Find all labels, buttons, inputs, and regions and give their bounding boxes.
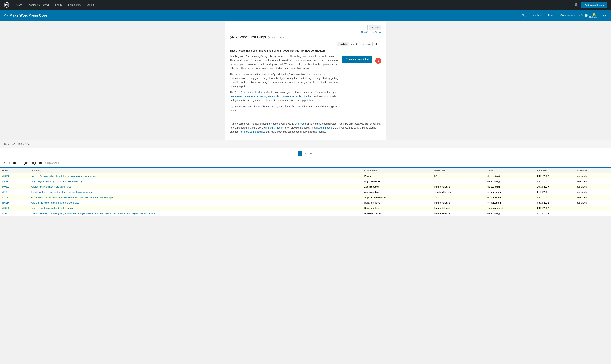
ticket-link[interactable]: #45907: [2, 212, 9, 215]
code-icon: <>: [3, 13, 8, 17]
section-title: Unclaimed — jump right in!: [4, 161, 43, 165]
ticket-link[interactable]: #56659: [2, 207, 9, 209]
new-custom-query-link[interactable]: New Custom Query: [361, 31, 381, 33]
table-body: #56345 Add rel="privacy-policy" to get_t…: [0, 173, 611, 216]
ticket-workflow: has-patch: [575, 179, 611, 184]
summary-link[interactable]: Events Widget: There isn't a UI for clea…: [31, 191, 92, 193]
coding-standards-link[interactable]: coding standards: [260, 95, 279, 98]
ticket-milestone: 6.1: [432, 179, 486, 184]
nav-news[interactable]: News: [13, 2, 24, 8]
search-button[interactable]: Search: [369, 25, 381, 30]
ticket-milestone: Future Release: [432, 200, 486, 206]
page-title: {44} Good First Bugs: [230, 35, 266, 39]
report-text: If this report is running low or nothing…: [230, 122, 381, 134]
description-para4: If you're not a contributor who is just …: [230, 104, 340, 112]
make-nav-icons: </> 🕐 🔔 Notifications Login: [579, 13, 608, 18]
bug-tracker-link[interactable]: how we use our bug tracker: [281, 95, 312, 98]
ticket-link[interactable]: #56345: [2, 175, 9, 177]
top-nav-right: 🔍 Get WordPress: [574, 2, 608, 8]
ticket-modified: 09/26/2022: [535, 206, 575, 211]
clock-icon[interactable]: 🕐: [584, 14, 588, 17]
summary-link[interactable]: Add GitHub Action job summaries to workf…: [31, 201, 79, 204]
global-search-button[interactable]: 🔍: [574, 3, 578, 7]
max-items-input[interactable]: [372, 42, 381, 46]
match-count: (104 matches): [268, 36, 284, 39]
make-nav-blog[interactable]: Blog: [519, 13, 529, 18]
wp-logo-svg: [3, 2, 10, 8]
summary-link[interactable]: Add rel="privacy-policy" to get_the_priv…: [31, 175, 96, 177]
ticket-modified: 02/21/2020: [535, 211, 575, 216]
ticket-type: enhancement: [486, 195, 535, 200]
ticket-type: defect (bug): [486, 184, 535, 189]
here-are-patches-link[interactable]: here are some patches: [240, 130, 265, 133]
need-unit-tests-link[interactable]: need unit tests: [316, 126, 332, 129]
ticket-component: Administration: [362, 184, 432, 189]
main-content: Search New Custom Query {44} Good First …: [226, 21, 385, 140]
ticket-milestone: Future Release: [432, 211, 486, 216]
in-the-handbook-link[interactable]: in the handbook: [266, 126, 283, 129]
results-header: Results (1 - 100 of 104): [0, 140, 611, 148]
top-nav: News Download & Extend ▾ Learn ▾ Communi…: [0, 0, 611, 10]
ticket-summary: wp-cli vague: "Warning: Could not create…: [29, 179, 362, 184]
page-1-link[interactable]: 1: [298, 151, 302, 156]
this-report-link[interactable]: this report: [295, 122, 306, 125]
ticket-modified: 09/26/2022: [535, 195, 575, 200]
nav-community[interactable]: Community ▾: [66, 2, 85, 8]
tickets-table: Ticket Summary Component Milestone Type …: [0, 168, 611, 216]
section-divider: [230, 118, 381, 118]
ticket-summary: Addressing Proximity in the admin area: [29, 184, 362, 189]
ticket-id: #56659: [0, 206, 29, 211]
ticket-component: Application Passwords: [362, 195, 432, 200]
ticket-link[interactable]: #56150: [2, 201, 9, 204]
make-nav-components[interactable]: Components: [558, 13, 577, 18]
get-wordpress-button[interactable]: Get WordPress: [581, 2, 608, 8]
ticket-link[interactable]: #54477: [2, 180, 9, 183]
ticket-link[interactable]: #52617: [2, 196, 9, 199]
ticket-workflow: [575, 206, 611, 211]
make-nav-tickets[interactable]: Tickets: [545, 13, 558, 18]
login-link[interactable]: Login: [600, 14, 608, 17]
nav-learn[interactable]: Learn ▾: [53, 2, 66, 8]
ticket-component: Administration: [362, 189, 432, 195]
ticket-modified: 09/10/2022: [535, 179, 575, 184]
nav-about[interactable]: About ▾: [85, 2, 98, 8]
wp-logo[interactable]: [3, 2, 10, 8]
ticket-modified: 09/27/2022: [535, 173, 575, 179]
page-title-row: {44} Good First Bugs (104 matches): [230, 35, 381, 39]
notifications-icon[interactable]: 🔔 Notifications: [589, 13, 599, 18]
code-editor-icon[interactable]: </>: [579, 14, 583, 17]
make-logo-link[interactable]: <> Make WordPress Core: [3, 13, 47, 17]
description-bold: These tickets have been marked as being …: [230, 49, 381, 52]
ticket-link[interactable]: #40822: [2, 185, 9, 188]
create-new-ticket-button[interactable]: Create a new ticket: [343, 56, 372, 63]
page-2-link[interactable]: 2: [303, 151, 307, 156]
summary-link[interactable]: Addressing Proximity in the admin area: [31, 185, 71, 188]
core-contributor-handbook-link[interactable]: Core Contributor Handbook: [235, 91, 265, 94]
table-row: #52617 App Passwords: allow http success…: [0, 195, 611, 200]
table-row: #56659 Test the build process for defaul…: [0, 206, 611, 211]
ticket-modified: 08/24/2022: [535, 200, 575, 206]
next-page-arrow[interactable]: →: [308, 151, 313, 156]
nav-download-extend[interactable]: Download & Extend ▾: [25, 2, 53, 8]
summary-link[interactable]: wp-cli vague: "Warning: Could not create…: [31, 180, 84, 183]
table-row: #56345 Add rel="privacy-policy" to get_t…: [0, 173, 611, 179]
controls-row: Update Max items per page: [230, 42, 381, 46]
ticket-workflow: has-patch: [575, 200, 611, 206]
update-button[interactable]: Update: [337, 42, 349, 46]
ticket-workflow: [575, 211, 611, 216]
ticket-link[interactable]: #51884: [2, 191, 9, 193]
ticket-id: #56345: [0, 173, 29, 179]
ticket-milestone: Future Release: [432, 184, 486, 189]
chevron-down-icon: ▾: [95, 4, 95, 6]
col-ticket: Ticket: [0, 168, 29, 173]
make-header: <> Make WordPress Core Blog Handbook Tic…: [0, 10, 611, 21]
summary-link[interactable]: Twenty Nineteen: Right-aligned, uncaptio…: [31, 212, 156, 215]
search-input[interactable]: [332, 25, 368, 30]
table-row: #54477 wp-cli vague: "Warning: Could not…: [0, 179, 611, 184]
summary-link[interactable]: App Passwords: allow http success and re…: [31, 196, 114, 199]
make-nav-handbook[interactable]: Handbook: [529, 13, 545, 18]
make-header-title: Make WordPress Core: [9, 13, 47, 17]
summary-link[interactable]: Test the build process for default theme…: [31, 207, 73, 209]
description-para2: The person who marked the ticket as a "g…: [230, 72, 340, 88]
col-workflow: Workflow: [575, 168, 611, 173]
